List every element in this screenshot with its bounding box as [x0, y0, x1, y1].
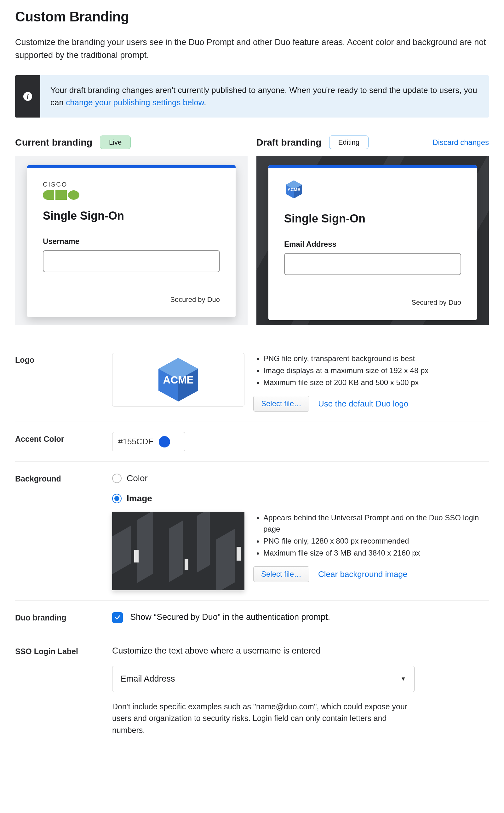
duo-wordmark-icon [43, 190, 220, 200]
duo-branding-text: Show “Secured by Duo” in the authenticat… [130, 612, 330, 622]
logo-select-file-button[interactable]: Select file… [253, 396, 309, 412]
draft-field-label: Email Address [284, 238, 461, 250]
accent-color-label: Accent Color [15, 432, 103, 445]
acme-logo-icon: ACME [284, 180, 304, 199]
chevron-down-icon: ▼ [400, 675, 406, 683]
current-branding-heading: Current branding [15, 135, 92, 149]
checkmark-icon [114, 614, 121, 621]
background-row: Background Color Image Appears beh [15, 462, 489, 601]
accent-color-input[interactable]: #155CDE [112, 432, 185, 451]
background-note-item: Maximum file size of 3 MB and 3840 x 216… [263, 547, 489, 559]
svg-text:ACME: ACME [163, 374, 193, 386]
live-pill: Live [100, 135, 131, 149]
current-preview-frame: CISCO Single Sign-On Username Secured by… [15, 156, 248, 325]
draft-field-input [284, 253, 461, 275]
discard-changes-link[interactable]: Discard changes [432, 137, 489, 148]
current-preview-card: CISCO Single Sign-On Username Secured by… [27, 165, 236, 317]
background-thumbnail [112, 512, 244, 590]
logo-label: Logo [15, 353, 103, 366]
draft-branding-heading: Draft branding [256, 135, 322, 149]
sso-login-label-row: SSO Login Label Customize the text above… [15, 634, 489, 747]
background-option-color-label: Color [127, 472, 148, 485]
svg-text:ACME: ACME [288, 187, 300, 192]
current-secured-text: Secured by Duo [43, 294, 220, 305]
use-default-logo-link[interactable]: Use the default Duo logo [318, 398, 408, 410]
info-icon: i [23, 92, 32, 101]
acme-hex-logo-icon: ACME [155, 356, 202, 403]
background-option-image[interactable]: Image [112, 492, 489, 505]
current-card-title: Single Sign-On [43, 207, 220, 224]
current-field-input [43, 250, 220, 272]
duo-branding-checkbox[interactable] [112, 612, 123, 623]
radio-icon [112, 474, 122, 483]
page-title: Custom Branding [15, 6, 489, 27]
clear-background-link[interactable]: Clear background image [318, 568, 407, 581]
accent-color-swatch [159, 436, 170, 448]
logo-notes: PNG file only, transparent background is… [253, 353, 489, 412]
info-banner: i Your draft branding changes aren't cur… [15, 75, 489, 117]
cisco-text: CISCO [43, 181, 67, 188]
current-field-label: Username [43, 236, 220, 247]
logo-setting-row: Logo ACME PNG file only, transparent bac… [15, 343, 489, 422]
sso-login-label-value: Email Address [121, 673, 175, 685]
draft-secured-text: Secured by Duo [284, 297, 461, 307]
radio-checked-icon [112, 494, 122, 503]
sso-login-hint: Don't include specific examples such as … [112, 701, 415, 736]
current-branding-column: Current branding Live CISCO Single Sign-… [15, 135, 248, 325]
background-option-color[interactable]: Color [112, 472, 489, 485]
logo-preview-box: ACME [112, 353, 244, 406]
background-note-item: Appears behind the Universal Prompt and … [263, 512, 489, 535]
info-icon-column: i [15, 75, 40, 117]
info-text-post: . [204, 98, 206, 107]
info-content: Your draft branding changes aren't curre… [40, 75, 489, 117]
background-notes: Appears behind the Universal Prompt and … [253, 512, 489, 582]
sso-login-label-select[interactable]: Email Address ▼ [112, 666, 415, 692]
background-option-image-label: Image [127, 492, 152, 505]
editing-pill: Editing [329, 135, 369, 149]
draft-card-title: Single Sign-On [284, 210, 461, 227]
logo-note-item: Maximum file size of 200 KB and 500 x 50… [263, 377, 489, 388]
draft-preview-card: ACME Single Sign-On Email Address Secure… [268, 165, 477, 320]
logo-note-item: PNG file only, transparent background is… [263, 353, 489, 364]
background-label: Background [15, 472, 103, 485]
cisco-duo-logo: CISCO [43, 180, 220, 200]
logo-note-item: Image displays at a maximum size of 192 … [263, 365, 489, 376]
draft-branding-column: Draft branding Editing Discard changes A… [256, 135, 489, 325]
background-note-item: PNG file only, 1280 x 800 px recommended [263, 535, 489, 547]
sso-login-desc: Customize the text above where a usernam… [112, 644, 489, 657]
accent-color-row: Accent Color #155CDE [15, 422, 489, 462]
duo-branding-row: Duo branding Show “Secured by Duo” in th… [15, 601, 489, 634]
card-accent-bar [268, 165, 477, 168]
duo-branding-label: Duo branding [15, 611, 103, 624]
card-accent-bar [27, 165, 236, 168]
accent-color-value: #155CDE [118, 436, 154, 448]
background-select-file-button[interactable]: Select file… [253, 566, 309, 582]
draft-preview-frame: ACME Single Sign-On Email Address Secure… [256, 156, 489, 325]
sso-login-label-label: SSO Login Label [15, 644, 103, 658]
publishing-settings-link[interactable]: change your publishing settings below [66, 98, 204, 107]
page-intro: Customize the branding your users see in… [15, 36, 489, 61]
